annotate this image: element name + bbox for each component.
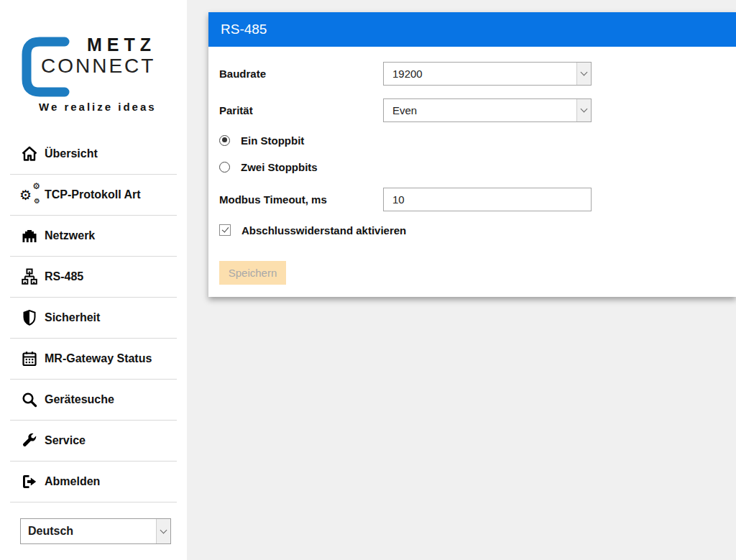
sidebar-item-rs485[interactable]: RS-485 — [10, 257, 177, 298]
sidebar-nav: Übersicht ⚙⚙⚙ TCP-Protokoll Art Netzwerk — [0, 134, 187, 502]
search-icon — [21, 391, 38, 408]
baudrate-label: Baudrate — [219, 68, 383, 80]
save-button[interactable]: Speichern — [219, 261, 286, 285]
sidebar-item-geraetesuche[interactable]: Gerätesuche — [10, 380, 177, 421]
parity-select-value: Even — [392, 104, 417, 116]
two-stopbits-radio[interactable] — [219, 162, 230, 173]
sidebar-item-label: Abmelden — [45, 475, 100, 488]
modbus-timeout-row: Modbus Timeout, ms — [219, 188, 725, 211]
sidebar-item-label: Sicherheit — [45, 311, 100, 324]
language-select-value: Deutsch — [28, 525, 73, 538]
termination-label[interactable]: Abschlusswiderstand aktivieren — [242, 224, 406, 237]
one-stopbit-row: Ein Stoppbit — [219, 132, 725, 148]
parity-label: Parität — [219, 104, 383, 116]
metz-connect-logo: METZ CONNECT We realize ideas — [0, 35, 187, 119]
rs485-form: Baudrate 19200 Parität Even Ein Stoppbit… — [208, 47, 736, 297]
wrench-icon — [21, 432, 38, 449]
sidebar-item-label: Service — [45, 434, 86, 447]
one-stopbit-radio[interactable] — [219, 135, 230, 146]
two-stopbits-label[interactable]: Zwei Stoppbits — [241, 161, 318, 173]
termination-checkbox[interactable] — [219, 224, 231, 236]
sidebar-item-label: Gerätesuche — [45, 393, 114, 406]
sidebar-item-sicherheit[interactable]: Sicherheit — [10, 298, 177, 339]
one-stopbit-label[interactable]: Ein Stoppbit — [241, 134, 304, 147]
logo-tagline: We realize ideas — [39, 101, 157, 113]
logo-brand-top: METZ — [87, 35, 156, 55]
two-stopbits-row: Zwei Stoppbits — [219, 159, 725, 175]
baudrate-select[interactable]: 19200 — [383, 62, 592, 86]
baudrate-row: Baudrate 19200 — [219, 62, 725, 86]
sidebar-item-tcp-protokoll-art[interactable]: ⚙⚙⚙ TCP-Protokoll Art — [10, 175, 177, 216]
parity-select[interactable]: Even — [383, 98, 592, 122]
parity-row: Parität Even — [219, 98, 725, 122]
sidebar-item-service[interactable]: Service — [10, 421, 177, 462]
sidebar: METZ CONNECT We realize ideas Übersicht … — [0, 0, 187, 560]
sidebar-item-uebersicht[interactable]: Übersicht — [10, 134, 177, 175]
chevron-down-icon[interactable] — [576, 99, 591, 121]
sidebar-item-label: MR-Gateway Status — [45, 352, 152, 365]
calendar-icon — [21, 350, 38, 367]
gears-icon: ⚙⚙⚙ — [21, 186, 38, 203]
ethernet-icon — [21, 227, 38, 244]
panel-title: RS-485 — [208, 12, 736, 47]
sidebar-item-label: Netzwerk — [45, 229, 95, 242]
logo-brand-bottom: CONNECT — [41, 55, 155, 78]
chevron-down-icon[interactable] — [576, 63, 591, 85]
sidebar-item-mr-gateway-status[interactable]: MR-Gateway Status — [10, 339, 177, 380]
sidebar-item-netzwerk[interactable]: Netzwerk — [10, 216, 177, 257]
rs485-settings-panel: RS-485 Baudrate 19200 Parität Even Ein S… — [208, 12, 736, 297]
sidebar-item-label: TCP-Protokoll Art — [45, 188, 141, 201]
language-select[interactable]: Deutsch — [20, 518, 171, 544]
sign-out-icon — [21, 473, 38, 490]
modbus-timeout-input[interactable] — [383, 188, 592, 211]
sidebar-item-abmelden[interactable]: Abmelden — [10, 462, 177, 502]
home-icon — [21, 145, 38, 162]
modbus-timeout-label: Modbus Timeout, ms — [219, 193, 383, 206]
sidebar-item-label: RS-485 — [45, 270, 83, 283]
baudrate-select-value: 19200 — [392, 68, 423, 80]
network-nodes-icon — [21, 268, 38, 285]
termination-row: Abschlusswiderstand aktivieren — [219, 222, 725, 238]
chevron-down-icon[interactable] — [156, 519, 170, 543]
shield-icon — [21, 309, 38, 326]
sidebar-item-label: Übersicht — [45, 147, 98, 160]
